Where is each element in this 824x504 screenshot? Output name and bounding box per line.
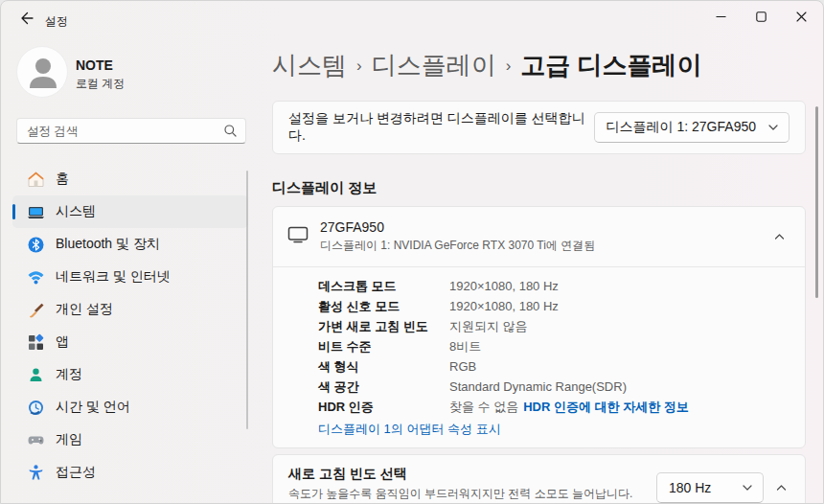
accessibility-icon — [27, 464, 45, 482]
display-selector-card: 설정을 보거나 변경하려면 디스플레이를 선택합니다. 디스플레이 1: 27G… — [272, 101, 806, 154]
sidebar-item-label: 시스템 — [56, 203, 96, 220]
display-details: 데스크톱 모드 1920×1080, 180 Hz 활성 신호 모드 1920×… — [273, 267, 805, 447]
sidebar-item-label: 네트워크 및 인터넷 — [56, 268, 171, 286]
refresh-rate-card: 새로 고침 빈도 선택 속도가 높을수록 움직임이 부드러워지지만 전력 소모도… — [272, 454, 806, 504]
main-scrollbar[interactable] — [815, 106, 818, 298]
account-type: 로컬 계정 — [76, 76, 125, 92]
section-title-display-info: 디스플레이 정보 — [272, 179, 806, 197]
network-icon — [27, 268, 45, 286]
close-button[interactable] — [781, 1, 821, 34]
maximize-button[interactable] — [741, 1, 781, 34]
sidebar-item-label: 접근성 — [56, 464, 96, 481]
refresh-rate-title: 새로 고침 빈도 선택 — [288, 465, 635, 483]
chevron-up-icon[interactable] — [769, 227, 790, 247]
home-icon — [27, 171, 45, 189]
sidebar-item-label: 개인 설정 — [56, 301, 113, 318]
accounts-icon — [27, 366, 45, 384]
chevron-up-icon[interactable] — [773, 480, 790, 496]
sidebar-item-network[interactable]: 네트워크 및 인터넷 — [12, 261, 248, 293]
detail-row-bit-depth: 비트 수준 8비트 — [318, 336, 790, 356]
sidebar-item-label: 계정 — [56, 366, 82, 383]
sidebar-item-home[interactable]: 홈 — [12, 163, 248, 195]
refresh-rate-description: 속도가 높을수록 움직임이 부드러워지지만 전력 소모도 늘어납니다.새로 고침… — [288, 485, 635, 504]
sidebar-item-label: 앱 — [56, 333, 69, 351]
detail-row-variable-refresh-rate: 가변 새로 고침 빈도 지원되지 않음 — [318, 316, 790, 336]
refresh-rate-value: 180 Hz — [669, 480, 711, 495]
display-info-card: 27GFA950 디스플레이 1: NVIDIA GeForce RTX 307… — [272, 206, 806, 448]
avatar — [16, 46, 68, 98]
display-selector-dropdown[interactable]: 디스플레이 1: 27GFA950 — [594, 112, 790, 143]
sidebar-nav: 홈 시스템 Bluetooth 및 장치 네트워크 및 인터넷 — [12, 163, 248, 489]
display-connection: 디스플레이 1: NVIDIA GeForce RTX 3070 Ti에 연결됨 — [320, 238, 595, 254]
bluetooth-icon — [27, 236, 45, 254]
sidebar-item-label: 홈 — [56, 171, 69, 188]
display-info-header[interactable]: 27GFA950 디스플레이 1: NVIDIA GeForce RTX 307… — [273, 207, 805, 266]
chevron-down-icon — [742, 482, 753, 493]
titlebar: 설정 — [1, 1, 823, 39]
gaming-icon — [27, 431, 45, 449]
sidebar-scrollbar[interactable] — [246, 171, 248, 429]
app-title: 설정 — [45, 13, 68, 30]
monitor-icon — [286, 223, 309, 250]
detail-row-desktop-mode: 데스크톱 모드 1920×1080, 180 Hz — [318, 276, 790, 296]
page-title: 고급 디스플레이 — [520, 49, 701, 81]
detail-row-color-space: 색 공간 Standard Dynamic Range(SDR) — [318, 377, 790, 397]
breadcrumb: 시스템 › 디스플레이 › 고급 디스플레이 — [272, 47, 806, 82]
detail-row-hdr-certification: HDR 인증 찾을 수 없음HDR 인증에 대한 자세한 정보 — [318, 397, 790, 417]
personalization-icon — [27, 301, 45, 319]
sidebar-item-label: Bluetooth 및 장치 — [56, 236, 160, 253]
back-button[interactable] — [12, 8, 41, 33]
sidebar-item-apps[interactable]: 앱 — [12, 326, 248, 358]
adapter-properties-link[interactable]: 디스플레이 1의 어댑터 속성 표시 — [318, 421, 501, 438]
apps-icon — [27, 333, 45, 352]
main-content: 시스템 › 디스플레이 › 고급 디스플레이 설정을 보거나 변경하려면 디스플… — [272, 39, 806, 503]
settings-window: 설정 NOTE 로컬 계정 — [0, 0, 824, 504]
sidebar-item-gaming[interactable]: 게임 — [12, 424, 248, 456]
display-selector-value: 디스플레이 1: 27GFA950 — [607, 119, 756, 136]
detail-row-active-signal-mode: 활성 신호 모드 1920×1080, 180 Hz — [318, 296, 790, 316]
close-icon — [796, 9, 807, 26]
breadcrumb-separator: › — [356, 50, 362, 82]
sidebar-item-accounts[interactable]: 계정 — [12, 358, 248, 391]
refresh-rate-dropdown[interactable]: 180 Hz — [656, 472, 764, 503]
maximize-icon — [756, 9, 767, 26]
sidebar: NOTE 로컬 계정 홈 시스템 — [1, 39, 260, 503]
time-language-icon — [27, 399, 45, 417]
display-name: 27GFA950 — [320, 219, 595, 235]
sidebar-item-label: 게임 — [56, 431, 82, 448]
sidebar-item-bluetooth[interactable]: Bluetooth 및 장치 — [12, 228, 248, 261]
hdr-info-link[interactable]: HDR 인증에 대한 자세한 정보 — [523, 400, 689, 414]
system-icon — [27, 203, 45, 221]
display-selector-label: 설정을 보거나 변경하려면 디스플레이를 선택합니다. — [288, 110, 594, 145]
breadcrumb-system[interactable]: 시스템 — [272, 49, 347, 81]
search-box — [16, 118, 246, 144]
breadcrumb-separator: › — [506, 50, 512, 82]
sidebar-item-system[interactable]: 시스템 — [12, 195, 248, 228]
breadcrumb-display[interactable]: 디스플레이 — [372, 49, 496, 81]
search-input[interactable] — [17, 119, 218, 143]
detail-row-color-format: 색 형식 RGB — [318, 356, 790, 377]
sidebar-item-label: 시간 및 언어 — [56, 399, 130, 416]
search-icon — [223, 124, 238, 142]
minimize-button[interactable] — [700, 1, 741, 34]
minimize-icon — [716, 9, 726, 26]
sidebar-item-personalization[interactable]: 개인 설정 — [12, 293, 248, 326]
sidebar-item-time-language[interactable]: 시간 및 언어 — [12, 391, 248, 424]
chevron-down-icon — [767, 122, 779, 133]
user-name: NOTE — [76, 57, 113, 73]
sidebar-item-accessibility[interactable]: 접근성 — [12, 456, 248, 489]
back-arrow-icon — [19, 11, 34, 30]
